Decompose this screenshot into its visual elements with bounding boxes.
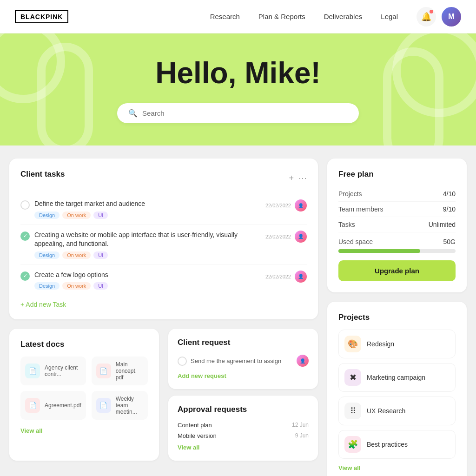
approval-date: 9 Jun [295, 432, 309, 439]
doc-name: Agency client contr... [45, 364, 81, 377]
search-input[interactable] [142, 109, 348, 117]
tag-design: Design [34, 282, 60, 290]
doc-name: Main concept. pdf [116, 361, 143, 381]
list-item: 📄 Agreement.pdf [20, 391, 86, 420]
task-menu-button[interactable]: ⋯ [298, 173, 307, 183]
latest-docs-card: Latest docs 📄 Agency client contr... 📄 M… [9, 329, 159, 461]
navbar: BLACKPINK Research Plan & Reports Delive… [0, 0, 476, 33]
plan-value: Unlimited [429, 221, 456, 228]
list-item[interactable]: 🎨 Redesign [338, 330, 456, 358]
main-content: Client tasks + ⋯ Define the target marke… [0, 145, 476, 476]
task-date: 22/02/2022 [265, 203, 291, 208]
list-item[interactable]: ⠿ UX Research [338, 397, 456, 425]
task-text: Creating a website or mobile app interfa… [34, 231, 265, 249]
tag-ui: UI [93, 251, 108, 259]
used-space-value: 50G [443, 238, 456, 245]
task-right: 22/02/2022 👤 [265, 271, 307, 283]
tag-ui: UI [93, 282, 108, 290]
list-item: Mobile version 9 Jun [178, 432, 309, 439]
request-checkbox[interactable] [178, 357, 187, 366]
task-right: 22/02/2022 👤 [265, 231, 307, 243]
plan-row-projects: Projects 4/10 [338, 186, 456, 202]
task-content: Create a few logo options Design On work… [34, 271, 108, 290]
client-request-card: Client request Send me the agreement to … [168, 329, 318, 389]
progress-bar-fill [338, 249, 420, 253]
task-content: Creating a website or mobile app interfa… [34, 231, 265, 259]
notification-button[interactable]: 🔔 [416, 7, 436, 26]
tag-onwork: On work [62, 282, 91, 290]
nav-links: Research Plan & Reports Deliverables Leg… [210, 13, 398, 21]
task-date: 22/02/2022 [265, 234, 291, 239]
project-icon: ✖ [344, 369, 361, 386]
add-task-icon-button[interactable]: + [289, 173, 294, 183]
task-checkbox[interactable]: ✓ [20, 271, 30, 281]
task-tags: Design On work UI [34, 212, 145, 219]
task-right: 22/02/2022 👤 [265, 199, 307, 212]
docs-grid: 📄 Agency client contr... 📄 Main concept.… [20, 357, 148, 420]
table-row: ✓ Create a few logo options Design On wo… [20, 265, 307, 296]
project-name: Redesign [367, 340, 394, 348]
docs-view-all-button[interactable]: View all [20, 427, 42, 434]
task-left: Define the target market and audience De… [20, 199, 265, 219]
table-row: Define the target market and audience De… [20, 194, 307, 225]
task-avatar: 👤 [295, 199, 307, 212]
plan-label: Team members [338, 205, 383, 213]
project-name: UX Research [367, 407, 405, 415]
free-plan-card: Free plan Projects 4/10 Team members 9/1… [327, 159, 467, 292]
search-bar: 🔍 [117, 103, 359, 123]
upgrade-plan-button[interactable]: Upgrade plan [338, 260, 456, 281]
client-request-title: Client request [178, 338, 309, 347]
approval-date: 12 Jun [292, 422, 309, 429]
nav-legal[interactable]: Legal [381, 13, 398, 20]
plan-label: Tasks [338, 221, 355, 228]
projects-card: Projects 🎨 Redesign ✖ Marketing campaign… [327, 302, 467, 476]
request-text: Send me the agreement to assign [191, 357, 281, 364]
plan-value: 4/10 [443, 190, 456, 198]
plan-label: Projects [338, 190, 362, 198]
avatar[interactable]: M [442, 7, 461, 26]
task-avatar: 👤 [295, 231, 307, 243]
approval-name: Mobile version [178, 432, 217, 439]
hero-greeting: Hello, Mike! [15, 56, 461, 90]
project-icon: 🎨 [344, 336, 361, 352]
nav-deliverables[interactable]: Deliverables [324, 13, 363, 20]
nav-actions: 🔔 M [416, 7, 461, 26]
docs-title: Latest docs [20, 340, 148, 349]
task-checkbox[interactable] [20, 200, 30, 210]
notification-badge [430, 10, 433, 13]
project-name: Best practices [367, 441, 408, 448]
tag-onwork: On work [62, 251, 91, 259]
tasks-actions: + ⋯ [289, 173, 307, 183]
task-date: 22/02/2022 [265, 274, 291, 279]
list-item[interactable]: ✖ Marketing campaign [338, 363, 456, 392]
approval-view-all-button[interactable]: View all [178, 444, 199, 451]
search-icon: 🔍 [128, 109, 138, 118]
nav-research[interactable]: Research [210, 13, 240, 20]
tag-onwork: On work [62, 212, 91, 219]
right-bottom-col: Client request Send me the agreement to … [168, 329, 318, 461]
tasks-header: Client tasks + ⋯ [20, 170, 307, 186]
add-new-request-button[interactable]: Add new request [178, 372, 226, 379]
list-item: Content plan 12 Jun [178, 422, 309, 429]
nav-plan-reports[interactable]: Plan & Reports [258, 13, 305, 20]
logo: BLACKPINK [15, 10, 68, 23]
project-name: Marketing campaign [367, 374, 425, 381]
bottom-row: Latest docs 📄 Agency client contr... 📄 M… [9, 329, 318, 461]
list-item[interactable]: 🧩 Best practices [338, 430, 456, 459]
doc-icon: 📄 [25, 364, 40, 378]
task-checkbox[interactable]: ✓ [20, 231, 30, 241]
doc-name: Weekly team meetin... [116, 396, 143, 415]
projects-view-all-button[interactable]: View all [338, 464, 360, 471]
task-content: Define the target market and audience De… [34, 199, 145, 219]
progress-bar-bg [338, 249, 456, 253]
add-new-task-button[interactable]: + Add new Task [20, 301, 66, 308]
doc-icon: 📄 [25, 398, 40, 413]
client-tasks-card: Client tasks + ⋯ Define the target marke… [9, 159, 318, 319]
used-space-row: Used space 50G [338, 238, 456, 245]
list-item: 📄 Weekly team meetin... [92, 391, 148, 420]
project-icon: ⠿ [344, 403, 361, 419]
plan-row-members: Team members 9/10 [338, 202, 456, 217]
table-row: ✓ Creating a website or mobile app inter… [20, 225, 307, 265]
tasks-title: Client tasks [20, 170, 65, 179]
left-column: Client tasks + ⋯ Define the target marke… [9, 159, 318, 476]
